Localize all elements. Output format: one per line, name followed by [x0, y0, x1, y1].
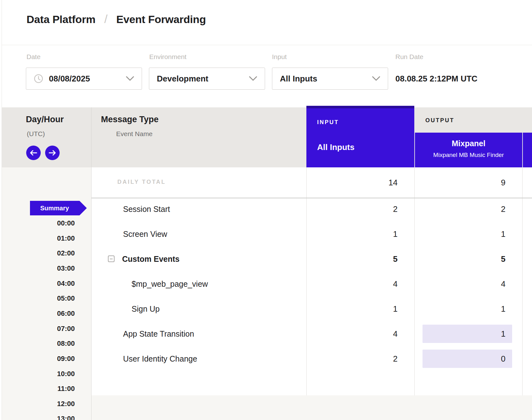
- output-count: 5: [414, 254, 505, 264]
- output-count: 1: [414, 229, 505, 239]
- daily-total-label: DAILY TOTAL: [117, 179, 166, 185]
- arrow-left-icon: [30, 150, 37, 156]
- output-count: 2: [414, 204, 505, 214]
- output-subtitle: Mixpanel MB Music Finder: [415, 152, 522, 159]
- output-count: 4: [414, 279, 505, 289]
- output-section-label: OUTPUT: [425, 117, 454, 124]
- table-row: Screen View11: [0, 222, 532, 246]
- input-count: 2: [306, 204, 398, 214]
- input-count: 1: [306, 304, 398, 314]
- event-name: Custom Events: [122, 255, 180, 264]
- input-filter-label: Input: [272, 53, 287, 61]
- daily-total-output-value: 9: [414, 178, 505, 188]
- arrow-right-icon: [49, 150, 56, 156]
- table-row: App State Transition41: [0, 321, 532, 346]
- table-row: $mp_web_page_view44: [0, 272, 532, 296]
- message-type-column-subtitle: Event Name: [116, 130, 153, 138]
- input-count: 2: [306, 354, 398, 364]
- event-name: User Identity Change: [123, 354, 197, 363]
- environment-value: Development: [157, 74, 208, 84]
- header-divider: [2, 45, 532, 45]
- output-count: 1: [414, 329, 505, 339]
- environment-dropdown[interactable]: Development: [149, 68, 265, 90]
- message-type-column-title: Message Type: [101, 115, 159, 124]
- input-column-name: All Inputs: [317, 142, 354, 152]
- clock-icon: [34, 74, 43, 83]
- chevron-down-icon: [126, 76, 134, 81]
- previous-day-button[interactable]: [26, 146, 41, 160]
- table-row: Sign Up11: [0, 297, 532, 321]
- event-name: Session Start: [123, 205, 170, 214]
- next-day-button[interactable]: [45, 146, 60, 160]
- event-name: App State Transition: [123, 329, 194, 339]
- collapse-icon[interactable]: [108, 255, 115, 262]
- run-date-label: Run Date: [395, 53, 423, 61]
- day-hour-column-title: Day/Hour: [26, 115, 64, 124]
- breadcrumb-section[interactable]: Data Platform: [27, 13, 95, 26]
- date-dropdown[interactable]: 08/08/2025: [26, 68, 142, 90]
- date-filter-label: Date: [27, 53, 40, 61]
- input-column-header[interactable]: INPUT All Inputs: [306, 106, 414, 167]
- input-count: 4: [306, 329, 398, 339]
- breadcrumb-separator: /: [104, 13, 107, 26]
- environment-filter-label: Environment: [149, 53, 186, 61]
- output-column-header-partial: [523, 133, 532, 167]
- output-name: Mixpanel: [415, 139, 522, 148]
- table-row: Session Start22: [0, 197, 532, 221]
- chevron-down-icon: [372, 76, 380, 81]
- input-section-label: INPUT: [317, 119, 339, 126]
- output-count: 0: [414, 354, 505, 364]
- page-title: Event Forwarding: [116, 13, 206, 26]
- event-name: Screen View: [123, 230, 167, 239]
- breadcrumb: Data Platform / Event Forwarding: [27, 13, 206, 26]
- run-date-value: 08.08.25 2:12PM UTC: [395, 68, 477, 90]
- date-value: 08/08/2025: [49, 74, 90, 84]
- chevron-down-icon: [249, 76, 257, 81]
- input-count: 4: [306, 279, 398, 289]
- table-footer-area: [92, 395, 532, 420]
- output-column-header-mixpanel[interactable]: Mixpanel Mixpanel MB Music Finder: [415, 133, 522, 167]
- input-dropdown[interactable]: All Inputs: [272, 68, 388, 90]
- input-column-header-strip: [306, 106, 414, 108]
- hour-label[interactable]: 13:00: [0, 415, 75, 420]
- daily-total-input-value: 14: [306, 178, 398, 188]
- input-count: 1: [306, 229, 398, 239]
- day-hour-column-subtitle: (UTC): [27, 130, 45, 138]
- table-row: User Identity Change20: [0, 346, 532, 371]
- event-name: Sign Up: [132, 304, 160, 314]
- output-count: 1: [414, 304, 505, 314]
- input-value: All Inputs: [280, 74, 317, 84]
- table-row: Custom Events55: [0, 247, 532, 271]
- hour-label[interactable]: 11:00: [0, 385, 75, 393]
- input-count: 5: [306, 254, 398, 264]
- event-forwarding-page: Data Platform / Event Forwarding Date En…: [0, 0, 532, 420]
- event-name: $mp_web_page_view: [132, 279, 208, 289]
- hour-label[interactable]: 12:00: [0, 400, 75, 408]
